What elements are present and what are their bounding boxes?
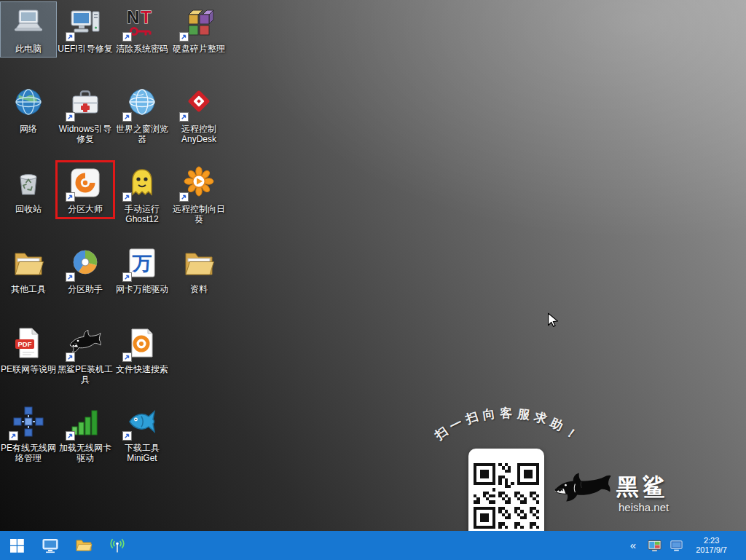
qr-caption-char: ！ [561,423,581,444]
desktop-icon-label: 回收站 [15,204,42,214]
qr-caption-char: 扫 [464,409,481,428]
shortcut-arrow-overlay-icon [179,112,189,122]
shortcut-arrow-overlay-icon [122,112,132,122]
brand-name: 黑鲨 [616,472,669,502]
desktop-icon-label: 手动运行Ghost12 [114,204,170,224]
start-button[interactable] [0,531,34,560]
nt-key-icon: NT [125,5,160,40]
shortcut-arrow-overlay-icon [9,431,18,441]
svg-text:PDF: PDF [18,340,32,348]
desktop-icon-miniget[interactable]: 下载工具MiniGet [114,401,170,467]
desktop-icon-uefi-boot-repair[interactable]: UEFI引导修复 [57,1,114,58]
shortcut-arrow-overlay-icon [66,352,75,362]
desktop-icon-data-folder[interactable]: 资料 [170,242,227,298]
desktop-icon-clear-system-password[interactable]: NT 清除系统密码 [114,1,170,58]
pie-disk-icon [68,245,103,280]
desktop-icon-partition-master[interactable]: 分区大师 [57,162,114,218]
clock-time: 2:23 [696,536,727,545]
shortcut-arrow-overlay-icon [179,32,189,42]
clock-date: 2017/9/7 [696,545,727,555]
folder-icon [11,245,46,280]
sunflower-icon [181,165,216,200]
desktop-icon-label: 下载工具MiniGet [114,443,170,463]
desktop-icon-label: 资料 [190,284,208,294]
desktop-icon-disk-defrag[interactable]: 硬盘碎片整理 [170,1,227,58]
desktop-icon-world-window-browser[interactable]: 世界之窗浏览器 [114,82,170,148]
antenna-signal-icon [109,537,126,554]
tray-display-icon[interactable] [645,531,664,560]
shortcut-arrow-overlay-icon [179,192,189,202]
desktop-icon-label: UEFI引导修复 [58,44,112,54]
shortcut-arrow-overlay-icon [66,272,75,282]
desktop-icon-wifi-driver-loader[interactable]: 加载无线网卡驱动 [57,401,114,467]
desktop-icon-universal-nic-driver[interactable]: 万 网卡万能驱动 [114,242,170,298]
desktop-icon-network[interactable]: 网络 [0,82,57,138]
shortcut-arrow-overlay-icon [66,32,75,42]
desktop-pc-icon [68,5,103,40]
diskgenius-icon [68,165,103,200]
folder-icon [75,537,93,554]
tray-computer-icon[interactable] [667,531,686,560]
toolbox-icon [68,85,103,120]
desktop-icon-sunlogin[interactable]: 远程控制向日葵 [170,162,227,228]
globe-dark-icon [11,85,46,120]
red-diamond-icon [181,85,216,120]
qr-caption-char: 客 [500,405,513,422]
desktop-icon-partition-assistant[interactable]: 分区助手 [57,242,114,298]
ghost-icon [125,165,160,200]
desktop-icon-fast-file-search[interactable]: 文件快速搜索 [114,322,170,378]
laptop-icon [11,5,46,40]
desktop-icon-pe-network-manager[interactable]: PE有线无线网络管理 [0,401,57,467]
wan-icon: 万 [125,245,160,280]
shortcut-arrow-overlay-icon [122,431,132,441]
shortcut-arrow-overlay-icon [122,32,132,42]
svg-text:T: T [141,7,152,27]
desktop-icon-label: 世界之窗浏览器 [114,124,170,144]
desktop-icon-recycle-bin[interactable]: 回收站 [0,162,57,218]
desktop-icon-other-tools[interactable]: 其他工具 [0,242,57,298]
desktop-icon-label: 远程控制AnyDesk [171,124,227,144]
folder-icon [181,245,216,280]
qr-caption-char: 扫 [432,423,452,444]
desktop-icon-label: 网络 [20,124,37,134]
shark-icon [68,326,103,360]
shark-logo-icon [552,466,612,513]
desktop-icon-label: 清除系统密码 [116,44,168,54]
taskbar-network-tool-button[interactable] [101,531,134,560]
desktop-icon-windows-boot-repair[interactable]: Widnows引导修复 [57,82,114,148]
brand-site: heisha.net [619,501,669,513]
shortcut-arrow-overlay-icon [122,352,132,362]
pdf-icon: PDF [11,326,46,360]
recycle-bin-icon [11,165,46,200]
desktop-icon-label: 此电脑 [15,44,42,54]
desktop-icon-this-pc[interactable]: 此电脑 [0,1,57,58]
windows-logo-icon [10,539,24,553]
tray-expand-chevron[interactable]: « [624,531,642,560]
desktop-icon-label: 网卡万能驱动 [116,284,168,294]
taskbar-clock[interactable]: 2:23 2017/9/7 [688,531,734,560]
monitor-icon [42,537,59,554]
support-qr-code [468,449,544,543]
desktop-icon-label: 文件快速搜索 [116,364,168,374]
desktop-icon-label: 其他工具 [11,284,46,294]
fish-icon [125,404,160,439]
taskbar-explorer-button[interactable] [67,531,101,560]
desktop-icon-label: 硬盘碎片整理 [173,44,225,54]
taskbar-computer-button[interactable] [34,531,67,560]
taskbar: « 2:23 2017/9/7 [0,531,746,560]
qr-caption-char: 服 [516,405,530,423]
desktop-icon-label: PE有线无线网络管理 [1,443,56,463]
mouse-cursor [545,312,561,329]
blocks-icon [181,5,216,40]
svg-text:万: 万 [132,253,152,275]
qr-caption-char: 一 [447,414,466,435]
desktop-icon-run-ghost12[interactable]: 手动运行Ghost12 [114,162,170,228]
desktop-icon-label: 分区大师 [68,204,103,214]
shortcut-arrow-overlay-icon [122,192,132,202]
desktop-icon-anydesk[interactable]: 远程控制AnyDesk [170,82,227,148]
desktop-icon-pe-network-readme[interactable]: PDF PE联网等说明 [0,322,57,378]
desktop-icon-heisha-pe-installer[interactable]: 黑鲨PE装机工具 [57,322,114,388]
svg-text:N: N [127,7,139,27]
shortcut-arrow-overlay-icon [122,272,132,282]
desktop-icon-label: 远程控制向日葵 [171,204,227,224]
